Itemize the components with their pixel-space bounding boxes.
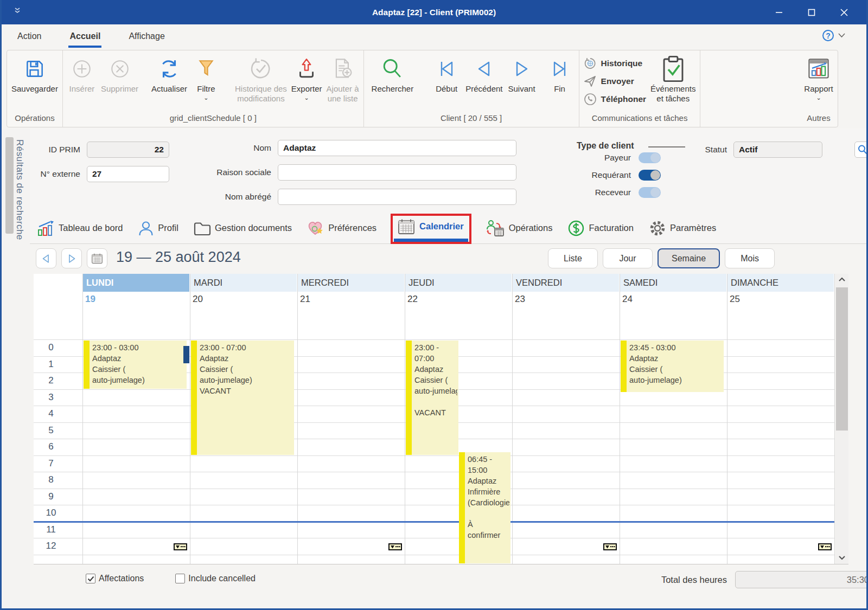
toggle-receveur[interactable] xyxy=(639,187,661,198)
chevron-down-icon[interactable]: ⌄ xyxy=(203,95,208,100)
raison-sociale-field[interactable] xyxy=(278,164,516,181)
toggle-requerant[interactable] xyxy=(639,170,661,181)
ribbon-button-filtre[interactable]: Filtre⌄ xyxy=(192,53,221,100)
n-externe-label: N° externe xyxy=(30,166,80,182)
ribbon-button-envoyer[interactable]: Envoyer xyxy=(584,75,647,88)
grid-bottom-border xyxy=(34,564,848,564)
day-header-mercredi[interactable]: MERCREDI xyxy=(297,274,404,292)
refresh-icon xyxy=(158,57,181,80)
chevron-down-icon[interactable] xyxy=(838,33,845,38)
scrollbar-thumb[interactable] xyxy=(836,287,848,431)
calendar-event[interactable]: 23:00 - 07:00AdaptazCaissier (auto-jumel… xyxy=(191,341,294,455)
ribbon-button-telephoner[interactable]: Téléphoner xyxy=(584,93,647,106)
event-text-line: Adaptaz xyxy=(92,353,186,364)
view-mois[interactable]: Mois xyxy=(725,248,775,268)
ribbon-button-actualiser[interactable]: Actualiser xyxy=(151,53,187,94)
client-form: ID PRIM N° externe Nom Raison sociale No… xyxy=(30,129,868,213)
more-events-marker[interactable] xyxy=(388,543,402,550)
tab-parametres[interactable]: Paramètres xyxy=(648,217,717,239)
client-tab-strip: Tableau de bordProfilGestion documentsPr… xyxy=(30,213,868,244)
tab-gestion-documents[interactable]: Gestion documents xyxy=(193,219,293,238)
close-button[interactable] xyxy=(828,0,860,24)
search-icon xyxy=(380,57,404,81)
more-events-marker[interactable] xyxy=(603,543,617,550)
tab-facturation[interactable]: Facturation xyxy=(566,217,635,239)
day-header-samedi[interactable]: SAMEDI xyxy=(620,274,726,292)
type-de-client-title: Type de client xyxy=(577,141,634,151)
scrollbar-down-button[interactable] xyxy=(835,555,848,560)
day-header-mardi[interactable]: MARDI xyxy=(190,274,297,292)
ribbon-button-label: Rapport xyxy=(804,84,833,94)
ribbon-button-exporter[interactable]: Exporter⌄ xyxy=(291,53,322,100)
ribbon-button-inserer: Insérer xyxy=(67,53,97,94)
ribbon-button-rapport[interactable]: Rapport⌄ xyxy=(804,53,833,100)
checkbox-box[interactable] xyxy=(175,574,185,583)
day-header-dimanche[interactable]: DIMANCHE xyxy=(727,274,834,292)
menu-accueil[interactable]: Accueil xyxy=(68,27,101,48)
event-text-line: confirmer xyxy=(468,530,509,541)
calendar-prev-button[interactable] xyxy=(36,248,56,268)
nom-abrege-field[interactable] xyxy=(278,189,516,205)
more-events-marker[interactable] xyxy=(818,543,832,550)
nom-field[interactable] xyxy=(278,140,516,156)
hour-label: 10 xyxy=(36,508,66,518)
ribbon-button-historique[interactable]: Historique xyxy=(584,57,647,70)
day-header-lundi[interactable]: LUNDI xyxy=(82,274,189,292)
history-check-icon xyxy=(248,56,273,81)
ribbon-button-label: Suivant xyxy=(508,84,535,94)
day-number: 25 xyxy=(730,294,740,305)
id-prim-label: ID PRIM xyxy=(30,142,80,158)
tab-tableau-de-bord[interactable]: Tableau de bord xyxy=(36,218,124,239)
raison-sociale-label: Raison sociale xyxy=(206,164,271,181)
tab-profil[interactable]: Profil xyxy=(137,218,180,239)
tab-calendrier[interactable]: Calendrier xyxy=(391,214,471,244)
ribbon-button-debut[interactable]: Début xyxy=(432,53,461,94)
more-events-marker[interactable] xyxy=(174,543,187,550)
n-externe-field[interactable] xyxy=(87,166,169,182)
view-semaine[interactable]: Semaine xyxy=(658,248,720,268)
calendar-event[interactable]: 06:45 -15:00AdaptazInfirmière(Cardiologi… xyxy=(459,452,510,563)
ribbon-button-label: Sauvegarder xyxy=(11,84,58,94)
ribbon-button-evenements-et-taches[interactable]: Événements et tâches xyxy=(650,53,695,104)
ribbon-button-sauvegarder[interactable]: Sauvegarder xyxy=(11,53,58,94)
toggle-payeur[interactable] xyxy=(639,152,661,163)
event-text-line: À xyxy=(468,519,509,530)
view-liste[interactable]: Liste xyxy=(548,248,598,268)
ribbon-button-suivant[interactable]: Suivant xyxy=(507,53,537,94)
maximize-button[interactable] xyxy=(795,0,828,24)
day-header-vendredi[interactable]: VENDREDI xyxy=(512,274,619,292)
tab-preferences[interactable]: Préférences xyxy=(306,218,378,239)
menu-affichage[interactable]: Affichage xyxy=(127,27,165,48)
day-header-jeudi[interactable]: JEUDI xyxy=(405,274,512,292)
checkbox-include-cancelled[interactable]: Include cancelled xyxy=(175,574,256,583)
calendar-event[interactable]: 23:00 -07:00AdaptazCaissier (auto-jumela… xyxy=(406,341,458,455)
calendar-event[interactable]: 23:00 - 03:00AdaptazCaissier (auto-jumel… xyxy=(84,341,187,389)
scrollbar-up-button[interactable] xyxy=(835,277,848,282)
tab-operations[interactable]: Opérations xyxy=(484,217,554,239)
minimize-button[interactable] xyxy=(763,0,795,24)
ribbon: SauvegarderOpérationsInsérerSupprimerAct… xyxy=(7,50,838,127)
chevron-down-icon[interactable]: ⌄ xyxy=(816,95,821,100)
nom-label: Nom xyxy=(206,140,271,156)
help-icon[interactable]: ? xyxy=(822,30,834,41)
sidebar-results-tab[interactable]: Résultats de recherche xyxy=(2,129,30,608)
chevron-down-icon[interactable]: ⌄ xyxy=(304,95,309,100)
checkbox-box[interactable] xyxy=(86,574,95,583)
send-icon xyxy=(584,75,597,88)
calendar-datepicker-button[interactable] xyxy=(87,248,107,268)
toggle-label: Requérant xyxy=(567,170,631,180)
sidebar-grip[interactable] xyxy=(5,137,14,234)
calendar-next-button[interactable] xyxy=(61,248,82,268)
day-number: 23 xyxy=(515,294,525,305)
ribbon-button-fin[interactable]: Fin xyxy=(545,53,575,94)
checkbox-affectations[interactable]: Affectations xyxy=(86,574,144,583)
tab-label: Opérations xyxy=(509,223,553,233)
calendar-event[interactable]: 23:45 - 03:00AdaptazCaissier (auto-jumel… xyxy=(621,341,724,392)
ribbon-button-rechercher[interactable]: Rechercher xyxy=(372,53,414,94)
statut-field[interactable] xyxy=(733,142,822,158)
menu-action[interactable]: Action xyxy=(16,27,42,48)
ribbon-button-precedent[interactable]: Précédent xyxy=(465,53,502,94)
ribbon-button-label: Exporter xyxy=(291,84,322,94)
ribbon-button-historique-des-modifications: Historique des modifications xyxy=(235,53,287,104)
view-jour[interactable]: Jour xyxy=(603,248,653,268)
